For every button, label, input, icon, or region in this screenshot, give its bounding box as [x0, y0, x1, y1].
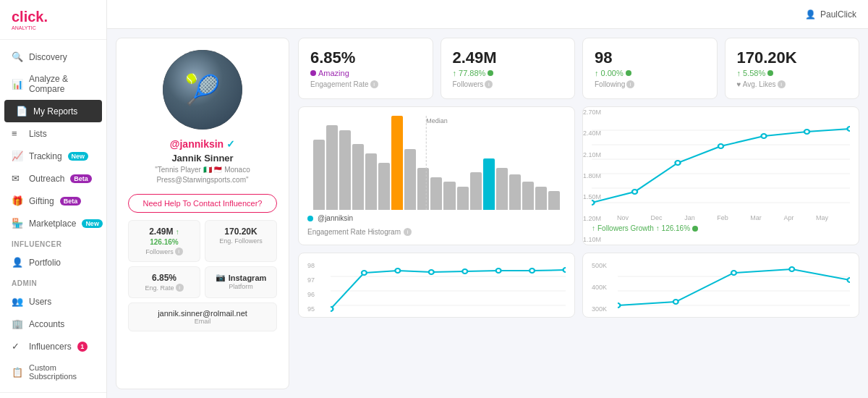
- engagement-rate-card: 6.85% Amazing Engagement Rate i: [298, 38, 433, 99]
- green-dot3: [767, 70, 773, 76]
- charts-row: Median @janniksin Engagement Rate Histog…: [298, 106, 859, 245]
- eng-rate-label: Eng. Rate i: [135, 284, 194, 292]
- sidebar-item-label: Accounts: [29, 319, 64, 329]
- email-text: jannik.sinner@rolmail.net: [135, 309, 271, 318]
- engagement-rate-sub: Amazing: [310, 69, 421, 77]
- sidebar-item-label: Lists: [29, 129, 47, 139]
- histogram-info: i: [404, 228, 412, 236]
- sidebar-item-discovery[interactable]: 🔍 Discovery: [0, 46, 106, 68]
- bottom-right-inner: 500K 400K 300K: [592, 262, 850, 313]
- sidebar-item-accounts[interactable]: 🏢 Accounts: [0, 313, 106, 335]
- hist-bar: [313, 140, 325, 211]
- topbar: 👤 PaulClick: [107, 0, 868, 29]
- sidebar-item-users[interactable]: 👥 Users: [0, 290, 106, 313]
- svg-point-10: [761, 134, 766, 138]
- sidebar-item-outreach[interactable]: ✉ Outreach Beta: [0, 167, 106, 190]
- profile-username: @janniksin ✓: [170, 138, 235, 150]
- platform-stat: 📷 Instagram Platform: [205, 266, 277, 298]
- line-chart-area: [592, 116, 850, 213]
- followers-growth-chart: 2.70M 2.40M 2.10M 1.80M 1.50M 1.20M 1.10…: [592, 116, 850, 213]
- following-card-label: Following i: [595, 80, 705, 88]
- hist-bar: [522, 182, 534, 210]
- bottom-left-inner: 98 97 96 95: [307, 262, 566, 313]
- median-indicator: Median: [425, 116, 448, 210]
- avatar: [163, 50, 242, 130]
- hist-bar: [339, 130, 351, 211]
- sidebar-item-gifting[interactable]: 🎁 Gifting Beta: [0, 190, 106, 212]
- green-dot: [488, 70, 493, 76]
- sidebar-item-portfolio[interactable]: 👤 Portfolio: [0, 251, 106, 274]
- content-area: @janniksin ✓ Jannik Sinner "Tennis Playe…: [107, 29, 868, 398]
- right-content: 6.85% Amazing Engagement Rate i 2.49M ↑ …: [298, 38, 859, 389]
- email-box: jannik.sinner@rolmail.net Email: [128, 302, 277, 331]
- profile-stats-grid: 2.49M ↑ 126.16% Followers i 170.20K Eng.…: [128, 220, 277, 298]
- x-axis-labels: NovDecJanFebMarAprMay: [592, 214, 850, 221]
- chart-icon: 📊: [12, 79, 23, 90]
- sidebar-item-tracking[interactable]: 📈 Tracking New: [0, 145, 106, 167]
- histogram-card: Median @janniksin Engagement Rate Histog…: [298, 106, 575, 245]
- followers-stat: 2.49M ↑ 126.16% Followers i: [128, 220, 200, 262]
- svg-point-22: [529, 268, 535, 273]
- accounts-icon: 🏢: [12, 318, 23, 329]
- hist-bar: [352, 144, 364, 210]
- user-menu[interactable]: 👤 PaulClick: [805, 9, 856, 20]
- green-dot2: [626, 70, 631, 76]
- eng-rate-value: 6.85%: [135, 273, 194, 283]
- svg-point-8: [675, 161, 680, 165]
- bottom-charts: 98 97 96 95: [298, 253, 859, 318]
- followers-card-label: Followers i: [453, 80, 563, 88]
- info-icon2: i: [176, 284, 184, 292]
- hist-bar: [483, 158, 495, 211]
- svg-point-27: [618, 303, 620, 308]
- sidebar-item-label: Portfolio: [29, 258, 61, 268]
- platform-label: Platform: [211, 283, 271, 290]
- followers-growth-label: ↑ Followers Growth ↑ 126.16%: [592, 224, 850, 232]
- eng-rate-stat: 6.85% Eng. Rate i: [128, 266, 200, 298]
- info-icon3: i: [370, 80, 378, 88]
- person-icon: 👤: [12, 257, 23, 268]
- email-label: Email: [135, 318, 271, 325]
- sidebar-item-label: Users: [29, 297, 51, 307]
- sidebar-item-label: Custom Subscriptions: [29, 363, 95, 381]
- admin-section-label: ADMIN: [0, 274, 106, 290]
- following-card: 98 ↑ 0.00% Following i: [582, 38, 718, 99]
- green-dot-growth: [692, 226, 698, 232]
- hist-bar: [391, 116, 403, 210]
- eng-followers-label: Eng. Followers: [211, 237, 271, 245]
- svg-point-23: [563, 268, 566, 272]
- legend-label: @janniksin: [318, 214, 353, 222]
- hist-bar: [457, 187, 469, 211]
- growth-pct: ↑ 126.16%: [656, 224, 690, 232]
- sidebar: click. ANALYTIC 🔍 Discovery 📊 Analyze & …: [0, 0, 107, 398]
- hist-bar: [496, 168, 508, 211]
- sidebar-item-marketplace[interactable]: 🏪 Marketplace New: [0, 212, 106, 234]
- info-icon5: i: [626, 80, 634, 88]
- svg-point-20: [462, 269, 467, 274]
- influencer-section-label: INFLUENCER: [0, 234, 106, 251]
- beta-badge-gift: Beta: [60, 197, 82, 206]
- sidebar-item-label: My Reports: [33, 106, 77, 117]
- bottom-left-chart: 98 97 96 95: [298, 253, 575, 318]
- instagram-icon: 📷: [216, 273, 226, 282]
- svg-point-11: [804, 130, 809, 134]
- sidebar-item-subscriptions[interactable]: 📋 Custom Subscriptions: [0, 357, 106, 386]
- contact-button[interactable]: Need Help To Contact Influencer?: [128, 194, 277, 213]
- svg-point-18: [395, 268, 400, 273]
- sub-icon: 📋: [12, 367, 23, 378]
- logo-text: click.: [12, 9, 48, 25]
- svg-point-21: [496, 268, 501, 273]
- profile-bio: "Tennis Player 🇮🇹 🇲🇨 Monaco Press@Starwi…: [155, 165, 250, 185]
- sidebar-item-lists[interactable]: ≡ Lists: [0, 122, 106, 145]
- sidebar-item-analyze[interactable]: 📊 Analyze & Compare: [0, 68, 106, 100]
- logo: click. ANALYTIC: [0, 0, 106, 40]
- check-icon: ✓: [12, 341, 23, 352]
- bottom-left-svg: [331, 262, 566, 313]
- sidebar-item-label: Outreach: [29, 174, 64, 184]
- verified-icon: ✓: [226, 138, 235, 150]
- avg-likes-sub: ↑ 5.58%: [737, 69, 848, 77]
- svg-point-28: [673, 300, 678, 304]
- sidebar-item-influencers[interactable]: ✓ Influencers 1: [0, 335, 106, 357]
- sidebar-item-reports[interactable]: 📄 My Reports: [4, 100, 102, 122]
- gift-icon: 🎁: [12, 195, 23, 206]
- sidebar-item-label: Discovery: [29, 52, 67, 62]
